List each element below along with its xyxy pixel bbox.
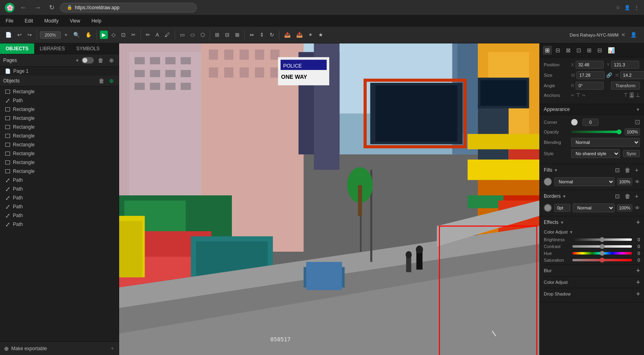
object-item-rectangle-5[interactable]: Rectangle xyxy=(0,131,119,140)
node-btn[interactable]: ◇ xyxy=(109,31,118,39)
rotate-btn[interactable]: ↻ xyxy=(268,31,276,39)
rect-shape-btn[interactable]: ▭ xyxy=(178,31,187,39)
angle-input[interactable] xyxy=(576,82,604,90)
object-options-btn[interactable]: ⊕ xyxy=(107,77,116,84)
object-item-rectangle-1[interactable]: Rectangle xyxy=(0,87,119,96)
menu-modify[interactable]: Modify xyxy=(42,17,61,25)
page-settings-btn[interactable]: ⊕ xyxy=(107,57,116,64)
saturation-slider[interactable] xyxy=(572,259,632,261)
import-btn[interactable]: 📥 xyxy=(294,31,305,39)
object-item-rectangle-6[interactable]: Rectangle xyxy=(0,140,119,149)
object-item-rectangle-3[interactable]: Rectangle xyxy=(0,114,119,123)
exportable-add-icon[interactable]: ＋ xyxy=(110,345,115,352)
canvas-area[interactable]: POLICE ONE WAY 050517 Deni Rahayu xyxy=(119,43,539,355)
back-button[interactable]: ← xyxy=(18,3,29,12)
opacity-slider[interactable] xyxy=(571,131,621,133)
bookmark-icon[interactable]: ☆ xyxy=(616,5,620,10)
style-select[interactable]: No shared style xyxy=(571,149,620,158)
color-adjust-header[interactable]: Color Adjust ▼ xyxy=(544,228,640,236)
symbols-btn[interactable]: ✴ xyxy=(306,31,315,39)
size-w-input[interactable] xyxy=(576,71,605,79)
size-h-input[interactable] xyxy=(620,71,644,79)
zoom-fit-btn[interactable]: 🔍 xyxy=(71,31,82,39)
reload-button[interactable]: ↻ xyxy=(47,3,57,12)
drop-shadow-add-btn[interactable]: + xyxy=(636,290,640,298)
panel-distribute-btn[interactable]: ⊠ xyxy=(564,46,573,55)
pages-chevron[interactable]: ▼ xyxy=(75,58,79,63)
menu-help[interactable]: Help xyxy=(89,17,104,25)
object-item-path-7[interactable]: ⑇ Path xyxy=(0,220,119,229)
fills-add-btn[interactable]: + xyxy=(634,166,640,174)
transform-btn[interactable]: ⊡ xyxy=(119,31,128,39)
zoom-input[interactable]: 200% xyxy=(40,31,61,39)
tab-objects[interactable]: OBJECTS xyxy=(0,43,34,54)
lock-proportions-icon[interactable]: 🔗 xyxy=(606,72,612,78)
pencil-btn[interactable]: ✏ xyxy=(144,31,152,39)
sync-button[interactable]: Sync xyxy=(623,150,640,157)
object-item-rectangle-7[interactable]: Rectangle xyxy=(0,149,119,158)
borders-delete-btn[interactable]: 🗑 xyxy=(623,193,632,200)
menu-edit[interactable]: Edit xyxy=(22,17,35,25)
transform-button[interactable]: Transform xyxy=(611,82,640,90)
delete-page-btn[interactable]: 🗑 xyxy=(96,57,105,64)
object-item-path-3[interactable]: ⑇ Path xyxy=(0,185,119,193)
object-item-rectangle-8[interactable]: Rectangle xyxy=(0,158,119,167)
anchor-mid-top[interactable]: ⊤ xyxy=(623,92,628,98)
zoom-in-btn[interactable]: + xyxy=(62,31,70,39)
object-item-rectangle-4[interactable]: Rectangle xyxy=(0,123,119,131)
address-bar[interactable]: 🔒 https://coreldraw.app xyxy=(60,3,197,12)
position-y-input[interactable] xyxy=(611,61,639,69)
border-blend-select[interactable]: Normal xyxy=(573,203,615,212)
crop-btn[interactable]: ✂ xyxy=(129,31,138,39)
contrast-slider[interactable] xyxy=(572,245,632,248)
hue-slider[interactable] xyxy=(572,252,632,254)
object-item-path-2[interactable]: ⑇ Path xyxy=(0,176,119,185)
page-1-item[interactable]: 📄 Page 1 xyxy=(0,67,119,76)
panel-align-btn[interactable]: ⊟ xyxy=(553,46,562,55)
object-item-path-6[interactable]: ⑇ Path xyxy=(0,211,119,220)
fill-color-swatch[interactable] xyxy=(544,178,552,186)
delete-object-btn[interactable]: 🗑 xyxy=(97,77,106,84)
border-color-swatch[interactable] xyxy=(544,204,552,212)
tab-libraries[interactable]: LIBRARIES xyxy=(34,43,71,54)
panel-layout-btn[interactable]: ⊞ xyxy=(543,46,552,55)
menu-view[interactable]: View xyxy=(67,17,83,25)
panel-position-btn[interactable]: ⊡ xyxy=(574,46,583,55)
anchor-mid-center[interactable]: ⊥ xyxy=(630,92,634,98)
anchor-top-center[interactable]: ⊤ xyxy=(576,92,580,98)
make-exportable-section[interactable]: ⊕ Make exportable ＋ xyxy=(0,341,119,355)
undo-btn[interactable]: ↩ xyxy=(15,31,24,39)
user-profile-btn[interactable]: 👤 xyxy=(630,32,637,38)
menu-icon[interactable]: ⋮ xyxy=(634,5,639,10)
border-opacity-input[interactable] xyxy=(617,204,632,211)
blending-select[interactable]: Normal xyxy=(571,138,640,147)
corner-input[interactable] xyxy=(582,119,599,126)
opacity-input[interactable] xyxy=(625,128,640,135)
corner-options-icon[interactable]: ⊡ xyxy=(635,118,640,126)
fill-visibility-btn[interactable]: 👁 xyxy=(635,179,640,185)
fills-delete-btn[interactable]: 🗑 xyxy=(623,166,632,174)
fill-blend-select[interactable]: Normal xyxy=(554,177,615,186)
object-item-path-5[interactable]: ⑇ Path xyxy=(0,202,119,211)
flip-v-btn[interactable]: ⇕ xyxy=(258,31,266,39)
redo-btn[interactable]: ↪ xyxy=(25,31,34,39)
border-size-input[interactable] xyxy=(554,204,570,212)
ellipse-btn[interactable]: ⬭ xyxy=(188,31,197,39)
flip-h-btn[interactable]: ⇔ xyxy=(248,31,256,39)
select-btn[interactable]: ▶ xyxy=(100,31,108,39)
fill-opacity-input[interactable] xyxy=(617,178,632,185)
pan-btn[interactable]: ✋ xyxy=(83,31,94,39)
text-btn[interactable]: A xyxy=(154,31,161,39)
polygon-btn[interactable]: ⬡ xyxy=(198,31,207,39)
blur-add-btn[interactable]: + xyxy=(636,267,640,274)
borders-add-btn[interactable]: + xyxy=(634,193,640,200)
panel-grid-btn[interactable]: ⊟ xyxy=(595,46,604,55)
group-btn[interactable]: ⊟ xyxy=(223,31,231,39)
forward-button[interactable]: → xyxy=(32,3,43,12)
color-adjust2-add-btn[interactable]: + xyxy=(636,279,640,286)
effects-add-btn[interactable]: + xyxy=(636,219,640,226)
ungroup-btn[interactable]: ⊠ xyxy=(233,31,242,39)
brightness-slider[interactable] xyxy=(572,238,632,241)
menu-file[interactable]: File xyxy=(3,17,16,25)
tab-symbols[interactable]: SYMBOLS xyxy=(70,43,105,54)
